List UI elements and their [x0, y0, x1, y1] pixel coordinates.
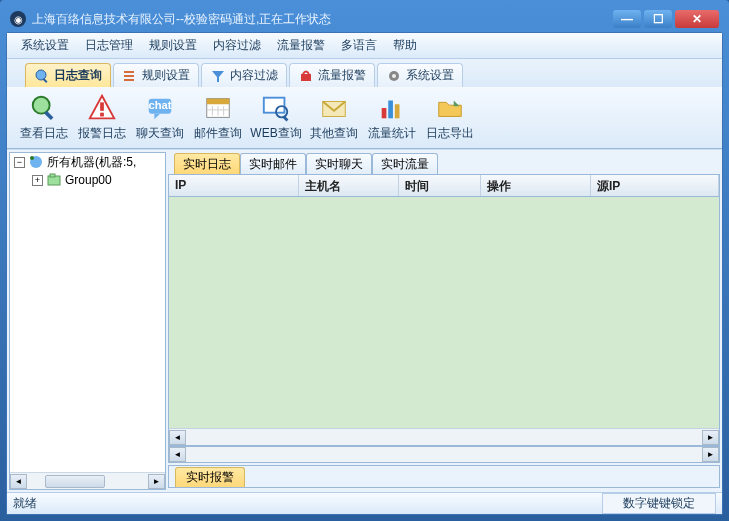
folder-icon	[435, 93, 465, 123]
toolbar-label: 邮件查询	[194, 125, 242, 142]
app-icon: ◉	[10, 11, 26, 27]
toolbar-mail-query[interactable]: 邮件查询	[189, 88, 247, 146]
scroll-left-icon[interactable]: ◄	[169, 430, 186, 445]
ribbon-tab-system[interactable]: 系统设置	[377, 63, 463, 87]
maximize-button[interactable]: ☐	[644, 10, 672, 28]
toolbar-view-log[interactable]: 查看日志	[15, 88, 73, 146]
svg-rect-34	[50, 174, 55, 177]
menu-lang[interactable]: 多语言	[335, 35, 383, 56]
tree-group-label: Group00	[65, 173, 112, 187]
svg-rect-23	[264, 97, 285, 112]
col-action[interactable]: 操作	[481, 175, 591, 196]
rule-icon	[122, 68, 138, 84]
toolbar-label: 查看日志	[20, 125, 68, 142]
svg-rect-10	[44, 110, 53, 119]
scroll-right-icon[interactable]: ►	[702, 430, 719, 445]
window-frame: ◉ 上海百络信息技术有限公司--校验密码通过,正在工作状态 — ☐ ✕ 系统设置…	[0, 0, 729, 521]
tab-realtime-log[interactable]: 实时日志	[174, 153, 240, 174]
svg-text:chat: chat	[148, 98, 171, 110]
menu-filter[interactable]: 内容过滤	[207, 35, 267, 56]
tab-realtime-traffic[interactable]: 实时流量	[372, 153, 438, 174]
ribbon-tab-strip: 日志查询 规则设置 内容过滤 流量报警 系统设置	[7, 59, 722, 87]
col-source-ip[interactable]: 源IP	[591, 175, 719, 196]
tree-expander-icon[interactable]: −	[14, 157, 25, 168]
tab-realtime-alarm[interactable]: 实时报警	[175, 467, 245, 487]
menu-log[interactable]: 日志管理	[79, 35, 139, 56]
tab-realtime-mail[interactable]: 实时邮件	[240, 153, 306, 174]
toolbar-label: WEB查询	[250, 125, 301, 142]
toolbar-other-query[interactable]: 其他查询	[305, 88, 363, 146]
ribbon-tab-rules[interactable]: 规则设置	[113, 63, 199, 87]
log-tab-strip: 实时日志 实时邮件 实时聊天 实时流量	[168, 152, 720, 174]
minimize-button[interactable]: —	[613, 10, 641, 28]
toolbar-web-query[interactable]: WEB查询	[247, 88, 305, 146]
tree-root-label: 所有机器(机器:5,	[47, 154, 136, 171]
col-ip[interactable]: IP	[169, 175, 299, 196]
svg-marker-16	[154, 113, 160, 119]
envelope-icon	[319, 93, 349, 123]
svg-rect-29	[395, 104, 400, 118]
toolbar-label: 报警日志	[78, 125, 126, 142]
svg-rect-12	[100, 102, 104, 110]
ribbon-tab-label: 日志查询	[54, 67, 102, 84]
ribbon-tab-filter[interactable]: 内容过滤	[201, 63, 287, 87]
svg-rect-27	[382, 108, 387, 118]
svg-rect-13	[100, 112, 104, 116]
warning-icon	[87, 93, 117, 123]
svg-point-32	[30, 156, 34, 160]
client-area: 系统设置 日志管理 规则设置 内容过滤 流量报警 多语言 帮助 日志查询 规则设…	[6, 32, 723, 515]
alarm-tab-strip: 实时报警	[168, 465, 720, 488]
ribbon-tab-logquery[interactable]: 日志查询	[25, 63, 111, 87]
ribbon-tab-alarm[interactable]: 流量报警	[289, 63, 375, 87]
tree-group[interactable]: + Group00	[10, 171, 165, 189]
menu-rule[interactable]: 规则设置	[143, 35, 203, 56]
svg-point-8	[392, 74, 396, 78]
svg-rect-6	[301, 74, 311, 81]
calendar-icon	[203, 93, 233, 123]
alarm-horizontal-scrollbar[interactable]: ◄ ►	[168, 446, 720, 463]
scroll-thumb[interactable]	[45, 475, 105, 488]
scroll-left-icon[interactable]: ◄	[10, 474, 27, 489]
network-icon	[28, 154, 44, 170]
svg-marker-30	[454, 100, 460, 106]
machine-tree[interactable]: − 所有机器(机器:5, + Group00 ◄ ►	[9, 152, 166, 490]
alarm-panel: ◄ ► 实时报警	[168, 446, 720, 490]
scroll-left-icon[interactable]: ◄	[169, 447, 186, 462]
grid-horizontal-scrollbar[interactable]: ◄ ►	[169, 428, 719, 445]
titlebar[interactable]: ◉ 上海百络信息技术有限公司--校验密码通过,正在工作状态 — ☐ ✕	[6, 6, 723, 32]
tree-horizontal-scrollbar[interactable]: ◄ ►	[10, 472, 165, 489]
svg-rect-3	[124, 75, 134, 77]
log-panel: 实时日志 实时邮件 实时聊天 实时流量 IP 主机名 时间 操作 源IP	[168, 152, 720, 490]
status-text: 就绪	[13, 495, 602, 512]
svg-rect-1	[43, 78, 48, 83]
ribbon-tab-label: 流量报警	[318, 67, 366, 84]
toolbar-chat-query[interactable]: chat 聊天查询	[131, 88, 189, 146]
tree-expander-icon[interactable]: +	[32, 175, 43, 186]
ribbon-tab-label: 规则设置	[142, 67, 190, 84]
log-grid: IP 主机名 时间 操作 源IP ◄ ►	[168, 174, 720, 446]
scroll-right-icon[interactable]: ►	[702, 447, 719, 462]
toolbar-alarm-log[interactable]: 报警日志	[73, 88, 131, 146]
ribbon-toolbar: 查看日志 报警日志 chat 聊天查询 邮件查询 WEB查询 其他查询	[7, 87, 722, 149]
menu-help[interactable]: 帮助	[387, 35, 423, 56]
menu-system[interactable]: 系统设置	[15, 35, 75, 56]
svg-rect-18	[207, 98, 230, 104]
ribbon-tab-label: 内容过滤	[230, 67, 278, 84]
tab-realtime-chat[interactable]: 实时聊天	[306, 153, 372, 174]
toolbar-export-log[interactable]: 日志导出	[421, 88, 479, 146]
grid-body[interactable]	[169, 197, 719, 428]
svg-rect-28	[388, 100, 393, 118]
window-title: 上海百络信息技术有限公司--校验密码通过,正在工作状态	[32, 11, 613, 28]
scroll-right-icon[interactable]: ►	[148, 474, 165, 489]
svg-rect-4	[124, 79, 134, 81]
col-time[interactable]: 时间	[399, 175, 481, 196]
menu-traffic[interactable]: 流量报警	[271, 35, 331, 56]
tree-root[interactable]: − 所有机器(机器:5,	[10, 153, 165, 171]
chat-icon: chat	[145, 93, 175, 123]
toolbar-label: 其他查询	[310, 125, 358, 142]
filter-icon	[210, 68, 226, 84]
toolbar-traffic-stats[interactable]: 流量统计	[363, 88, 421, 146]
status-bar: 就绪 数字键键锁定	[7, 492, 722, 514]
close-button[interactable]: ✕	[675, 10, 719, 28]
col-hostname[interactable]: 主机名	[299, 175, 399, 196]
